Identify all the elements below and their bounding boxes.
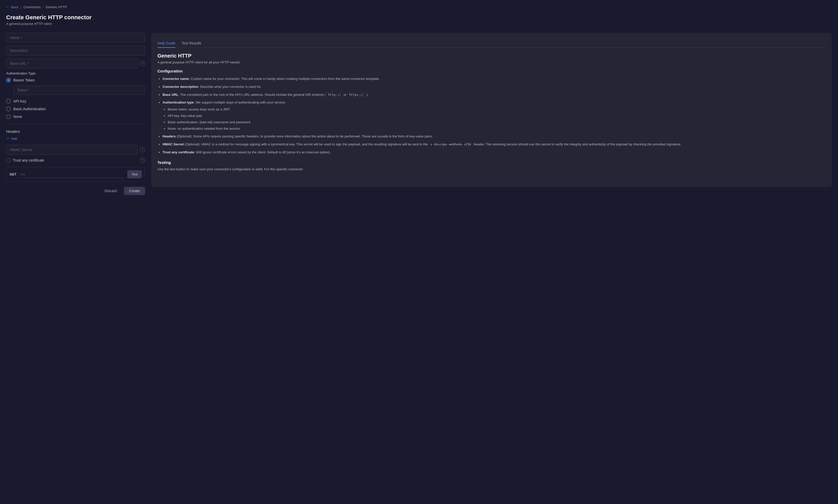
help-auth-none: None: no authentication needed from the … — [168, 126, 826, 131]
trust-cert-help-icon[interactable]: ? — [140, 158, 145, 163]
tab-test-results[interactable]: Test Results — [182, 39, 201, 48]
hmac-group: ? — [6, 145, 145, 155]
code-http: http:// — [327, 92, 343, 97]
base-url-input[interactable] — [6, 58, 138, 68]
auth-apikey-radio[interactable] — [6, 99, 11, 104]
help-list: Connector name: Custom name for your con… — [157, 76, 826, 155]
auth-basic-item[interactable]: Basic Authentication — [6, 107, 145, 111]
breadcrumb: ← Back | Connectors / Generic HTTP — [6, 5, 832, 9]
auth-basic-radio[interactable] — [6, 107, 11, 111]
page-subtitle: A general purpose HTTP client — [6, 22, 832, 26]
help-item-auth-bold: Authentication type — [163, 101, 194, 104]
trust-cert-row: Trust any certificate ? — [6, 158, 145, 163]
help-auth-apikey: API key: key-value pair. — [168, 113, 826, 119]
auth-none-label: None — [13, 114, 22, 119]
breadcrumb-connectors[interactable]: Connectors — [23, 5, 40, 9]
help-tabs: Help Guide Test Results — [157, 39, 826, 48]
help-panel: Help Guide Test Results Generic HTTP A g… — [151, 33, 832, 187]
back-link[interactable]: ← Back — [6, 5, 18, 9]
auth-apikey-item[interactable]: API Key — [6, 99, 145, 104]
help-item-url: Base URL: The consistent part or the roo… — [163, 92, 826, 97]
help-config-title: Configuration — [157, 69, 826, 73]
description-group — [6, 46, 145, 55]
test-url-input[interactable] — [19, 171, 125, 178]
test-row: GET Test — [10, 170, 142, 178]
hmac-input[interactable] — [6, 145, 138, 155]
auth-bearer-item[interactable]: Bearer Token — [6, 78, 145, 83]
code-webhook: x-descope-webhook-s256 — [429, 142, 473, 147]
base-url-group: ? — [6, 58, 145, 68]
name-input[interactable] — [6, 33, 145, 43]
page-header: Create Generic HTTP connector A general … — [6, 14, 832, 26]
help-item-headers: Headers (Optional): Some APIs require pa… — [163, 134, 826, 139]
breadcrumb-sep1: | — [21, 5, 21, 9]
auth-radio-group: Bearer Token API Key Basic Authenticatio… — [6, 78, 145, 119]
help-item-url-bold: Base URL — [163, 93, 178, 96]
headers-title: Headers — [6, 129, 145, 133]
help-auth-bearer: Bearer token: access keys such as a JWT. — [168, 107, 826, 112]
auth-basic-label: Basic Authentication — [13, 107, 46, 111]
auth-bearer-radio[interactable] — [6, 78, 11, 83]
help-item-name: Connector name: Custom name for your con… — [163, 76, 826, 82]
auth-section-label: Authentication Type — [6, 71, 145, 75]
code-https: https:// — [347, 92, 365, 97]
create-button[interactable]: Create — [124, 187, 145, 195]
help-item-desc-bold: Connector description — [163, 85, 198, 89]
auth-bearer-label: Bearer Token — [13, 78, 35, 82]
auth-bearer-radio-inner — [7, 79, 10, 81]
hmac-help-icon[interactable]: ? — [140, 147, 145, 152]
help-item-hmac-bold: HMAC Secret — [163, 142, 184, 146]
test-method-badge: GET — [10, 173, 16, 176]
help-title: Generic HTTP — [157, 53, 826, 59]
base-url-help-icon[interactable]: ? — [140, 61, 145, 66]
auth-none-item[interactable]: None — [6, 114, 145, 119]
back-arrow-icon: ← — [6, 5, 10, 9]
tab-help-guide[interactable]: Help Guide — [157, 39, 175, 48]
help-item-trust: Trust any certificate: Will ignore certi… — [163, 150, 826, 155]
token-input-wrapper — [13, 86, 145, 95]
help-item-hmac: HMAC Secret (Optional): HMAC is a method… — [163, 142, 826, 147]
discard-button[interactable]: Discard — [101, 187, 121, 195]
help-auth-basic: Basic authentication: (bad old) username… — [168, 120, 826, 125]
help-testing-text: Use the test button to make sure your co… — [157, 167, 826, 172]
name-group — [6, 33, 145, 43]
main-layout: ? Authentication Type Bearer Token API K… — [6, 33, 832, 195]
token-input[interactable] — [13, 86, 145, 95]
test-section: GET Test — [6, 167, 145, 182]
help-auth-sub-list: Bearer token: access keys such as a JWT.… — [163, 107, 826, 131]
help-item-trust-bold: Trust any certificate — [163, 150, 194, 154]
test-button[interactable]: Test — [127, 170, 142, 178]
headers-section: Headers ＋ Add — [6, 129, 145, 141]
help-item-name-bold: Connector name — [163, 77, 189, 81]
form-panel: ? Authentication Type Bearer Token API K… — [6, 33, 145, 195]
breadcrumb-sep2: / — [43, 5, 44, 9]
help-item-desc: Connector description: Describe what you… — [163, 84, 826, 90]
back-label: Back — [11, 5, 18, 9]
add-label: Add — [11, 137, 17, 141]
auth-none-radio[interactable] — [6, 114, 11, 119]
breadcrumb-current: Generic HTTP — [46, 5, 67, 9]
add-icon: ＋ — [6, 136, 10, 141]
help-subtitle: A general purpose HTTP client for all yo… — [157, 60, 826, 64]
help-testing-title: Testing — [157, 160, 826, 165]
auth-apikey-label: API Key — [13, 99, 27, 103]
help-item-headers-bold: Headers — [163, 134, 176, 138]
add-header-button[interactable]: ＋ Add — [6, 136, 17, 141]
trust-cert-label: Trust any certificate — [13, 158, 44, 162]
help-item-auth: Authentication type: We support multiple… — [163, 100, 826, 131]
divider-1 — [6, 124, 145, 124]
description-input[interactable] — [6, 46, 145, 55]
trust-cert-checkbox[interactable] — [6, 158, 10, 162]
form-actions: Discard Create — [6, 187, 145, 195]
page-title: Create Generic HTTP connector — [6, 14, 832, 21]
